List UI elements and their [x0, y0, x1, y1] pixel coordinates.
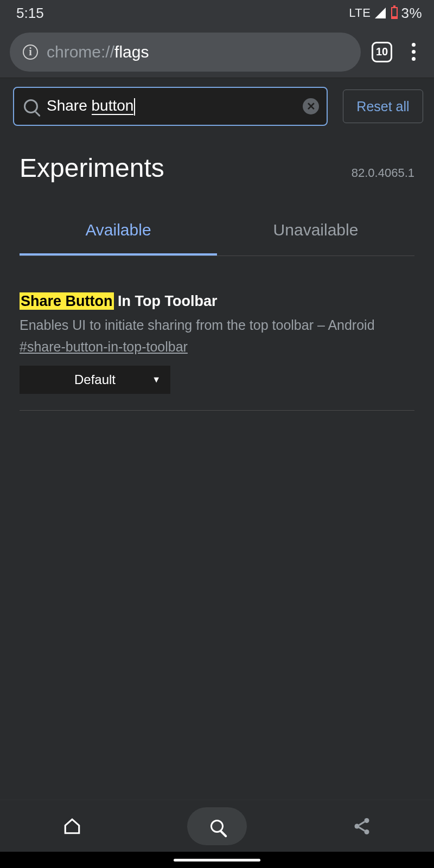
status-icons: LTE 3%: [349, 5, 422, 22]
browser-toolbar: i chrome://flags 10: [0, 26, 434, 78]
search-value: Share button: [47, 97, 135, 116]
tab-available[interactable]: Available: [20, 210, 217, 256]
tab-unavailable[interactable]: Unavailable: [217, 210, 414, 256]
flag-description: Enables UI to initiate sharing from the …: [20, 315, 414, 336]
page-header: Experiments 82.0.4065.1: [0, 135, 434, 188]
flag-title-highlight: Share Button: [20, 292, 114, 310]
divider: [20, 410, 414, 411]
version-label: 82.0.4065.1: [352, 166, 414, 180]
search-row: Share button ✕ Reset all: [0, 78, 434, 135]
svg-point-0: [364, 818, 369, 823]
flag-title: Share Button In Top Toolbar: [20, 292, 414, 311]
flag-id-link[interactable]: #share-button-in-top-toolbar: [20, 339, 188, 355]
text-cursor: [134, 98, 135, 116]
search-icon: [24, 99, 38, 113]
battery-percent: 3%: [401, 5, 422, 22]
bottom-nav: [0, 800, 434, 852]
share-icon: [352, 816, 372, 836]
overflow-menu-button[interactable]: [403, 39, 424, 65]
info-icon: i: [23, 44, 38, 60]
url-path: flags: [114, 43, 149, 61]
clock: 5:15: [16, 5, 44, 22]
battery-icon: [391, 7, 398, 19]
search-icon: [210, 820, 224, 833]
tabs-button[interactable]: 10: [372, 42, 392, 62]
flag-dropdown[interactable]: Default ▼: [20, 366, 170, 394]
clear-search-button[interactable]: ✕: [303, 98, 319, 114]
svg-point-1: [354, 824, 359, 828]
status-bar: 5:15 LTE 3%: [0, 0, 434, 26]
home-icon: [63, 817, 81, 835]
signal-icon: [375, 8, 386, 18]
flag-selected-value: Default: [74, 372, 116, 387]
reset-all-button[interactable]: Reset all: [343, 90, 423, 123]
tabs: Available Unavailable: [20, 210, 414, 256]
nav-search-button[interactable]: [187, 807, 247, 845]
flag-item: Share Button In Top Toolbar Enables UI t…: [0, 256, 434, 394]
tab-count: 10: [376, 46, 388, 58]
url-text: chrome://flags: [47, 43, 149, 61]
system-gesture-area: [0, 852, 434, 868]
search-input[interactable]: Share button ✕: [13, 87, 328, 126]
url-prefix: chrome://: [47, 43, 114, 61]
page-title: Experiments: [20, 153, 164, 183]
flags-page: Share button ✕ Reset all Experiments 82.…: [0, 78, 434, 411]
nav-share-button[interactable]: [332, 807, 392, 845]
chevron-down-icon: ▼: [152, 375, 161, 385]
nav-home-button[interactable]: [42, 807, 102, 845]
svg-point-2: [364, 829, 369, 834]
network-label: LTE: [349, 6, 371, 20]
flag-title-rest: In Top Toolbar: [114, 293, 218, 309]
omnibox[interactable]: i chrome://flags: [10, 33, 361, 72]
gesture-bar[interactable]: [174, 859, 260, 861]
